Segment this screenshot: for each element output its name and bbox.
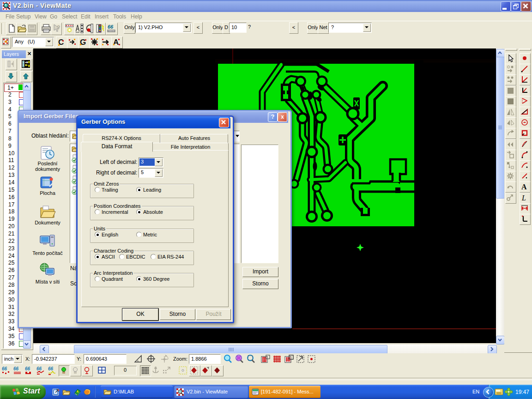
svg-text:A: A <box>521 183 527 191</box>
svg-text:66: 66 <box>36 366 42 371</box>
svg-text:66: 66 <box>13 366 19 371</box>
svg-text:A: A <box>113 38 119 47</box>
svg-text:G: G <box>80 38 86 47</box>
svg-text:66: 66 <box>2 366 7 371</box>
svg-text:L: L <box>521 194 526 202</box>
svg-text:66: 66 <box>48 366 54 371</box>
svg-text:66: 66 <box>108 24 114 30</box>
svg-text:66: 66 <box>25 366 30 371</box>
svg-text:?: ? <box>57 24 60 31</box>
